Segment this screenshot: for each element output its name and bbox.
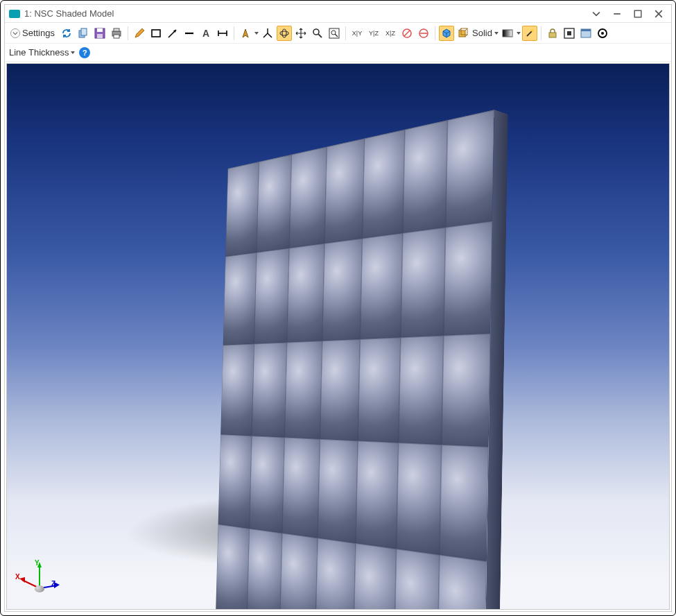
settings-label: Settings	[22, 28, 55, 38]
rectangle-icon[interactable]	[148, 26, 164, 41]
lens-cell	[280, 533, 318, 610]
caret-icon[interactable]	[517, 32, 521, 35]
line-icon[interactable]	[182, 26, 197, 41]
lens-cell	[247, 529, 282, 610]
lens-cell	[362, 130, 404, 239]
minimize-button[interactable]	[610, 7, 624, 21]
arrow-icon[interactable]	[165, 26, 180, 41]
window-icon[interactable]	[578, 26, 593, 41]
svg-line-29	[404, 31, 410, 36]
svg-line-24	[318, 34, 322, 37]
z-axis-label: Z	[51, 580, 55, 588]
svg-rect-44	[581, 29, 591, 31]
lens-cell	[225, 162, 259, 257]
refresh-icon[interactable]	[59, 26, 74, 41]
yz-plane-button[interactable]: Y|Z	[366, 26, 381, 41]
title-bar: 1: NSC Shaded Model	[5, 5, 671, 23]
lens-cell	[315, 538, 356, 610]
cube-shaded-icon[interactable]	[439, 26, 454, 41]
lens-cell	[396, 443, 442, 555]
target-icon[interactable]	[595, 26, 610, 41]
svg-rect-5	[81, 28, 87, 35]
3d-viewport[interactable]: Y X Z	[6, 63, 670, 610]
app-icon	[9, 10, 20, 18]
svg-line-19	[263, 33, 268, 37]
caret-icon[interactable]	[254, 32, 259, 35]
lens-cell	[249, 436, 284, 533]
text-icon[interactable]: A	[198, 26, 214, 41]
lens-cell	[220, 344, 254, 436]
x-axis-label: X	[15, 573, 20, 581]
maximize-button[interactable]	[631, 7, 645, 21]
lens-cell	[437, 555, 487, 610]
save-icon[interactable]	[92, 26, 107, 41]
window-title: 1: NSC Shaded Model	[24, 8, 589, 19]
svg-point-22	[282, 29, 286, 37]
pencil-icon[interactable]	[132, 26, 147, 41]
svg-point-46	[601, 32, 604, 35]
lens-cell	[223, 253, 257, 345]
lock-icon[interactable]	[545, 26, 560, 41]
lens-cell	[320, 339, 361, 440]
fit-view-icon[interactable]	[562, 26, 577, 41]
axis-tripod-icon[interactable]	[260, 26, 275, 41]
lens-cell	[322, 239, 363, 341]
separator	[435, 26, 435, 40]
lens-cell	[398, 336, 444, 445]
separator	[128, 26, 128, 40]
lens-cell	[290, 147, 327, 248]
lens-cell	[358, 337, 400, 443]
secondary-toolbar: Line Thickness ?	[5, 44, 671, 62]
lens-cell	[394, 549, 440, 610]
region-zoom-icon[interactable]	[327, 26, 342, 41]
rotate-3d-icon[interactable]	[277, 26, 292, 41]
move-icon[interactable]	[293, 26, 309, 41]
no-entry2-icon[interactable]	[416, 26, 431, 41]
xy-plane-button[interactable]: X|Y	[349, 26, 365, 41]
svg-point-39	[531, 29, 534, 32]
wand-icon[interactable]	[522, 26, 537, 41]
dropdown-button[interactable]	[589, 7, 603, 21]
separator	[345, 26, 346, 40]
settings-dropdown[interactable]: Settings	[8, 26, 58, 40]
shaded-model	[216, 110, 494, 610]
svg-rect-40	[549, 33, 556, 37]
lens-cell	[282, 438, 320, 538]
lens-cell	[440, 445, 489, 561]
lens-cell	[254, 248, 289, 344]
svg-rect-8	[97, 34, 103, 38]
zoom-icon[interactable]	[310, 26, 325, 41]
no-entry-icon[interactable]	[399, 26, 415, 41]
compass-icon[interactable]	[238, 26, 253, 41]
lens-cell	[360, 233, 402, 339]
close-button[interactable]	[652, 7, 666, 21]
cube-wire-icon[interactable]	[456, 26, 471, 41]
line-thickness-dropdown[interactable]: Line Thickness	[9, 47, 75, 58]
copy-icon[interactable]	[76, 26, 91, 41]
lens-cell	[318, 439, 358, 543]
chevron-down-icon	[10, 28, 20, 38]
lens-cell	[285, 341, 322, 439]
svg-rect-7	[97, 28, 103, 32]
print-icon[interactable]	[109, 26, 124, 41]
svg-rect-37	[503, 30, 512, 37]
app-window: 1: NSC Shaded Model Settings A	[4, 4, 672, 612]
lens-cell	[446, 110, 494, 227]
solid-dropdown[interactable]: Solid	[472, 28, 499, 38]
main-toolbar: Settings A X|Y Y|Z X|Z Solid	[5, 23, 671, 44]
help-icon[interactable]: ?	[79, 47, 90, 58]
separator	[234, 26, 234, 40]
svg-point-23	[313, 29, 319, 35]
lens-cell	[257, 155, 292, 253]
caret-icon	[494, 32, 499, 35]
lens-cell	[444, 221, 492, 336]
dimension-icon[interactable]	[215, 26, 230, 41]
gradient-icon[interactable]	[500, 26, 515, 41]
svg-rect-11	[114, 35, 119, 38]
lens-cell	[400, 228, 445, 338]
svg-rect-12	[152, 30, 160, 37]
lens-cell	[216, 524, 249, 610]
y-axis-label: Y	[35, 559, 40, 567]
svg-line-27	[335, 34, 338, 37]
xz-plane-button[interactable]: X|Z	[383, 26, 398, 41]
